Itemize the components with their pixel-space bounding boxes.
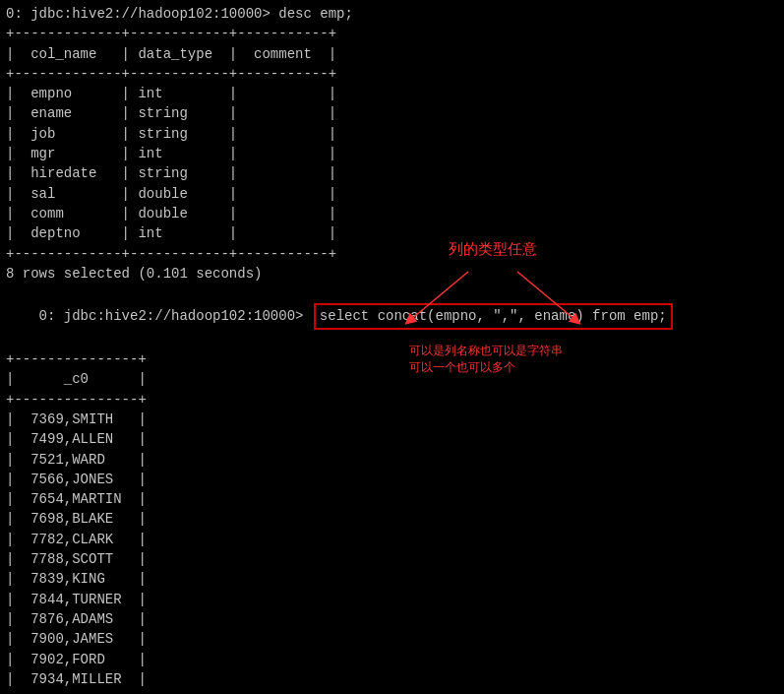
line-9: | hiredate | string | | <box>6 163 778 183</box>
terminal: 0: jdbc:hive2://hadoop102:10000> desc em… <box>6 4 778 694</box>
line-8: | mgr | int | | <box>6 144 778 163</box>
line-2: +-------------+------------+-----------+ <box>6 24 778 43</box>
line-22: | 7566,JONES | <box>6 470 778 489</box>
line-16: +---------------+ <box>6 349 778 369</box>
line-4: +-------------+------------+-----------+ <box>6 64 778 84</box>
line-24: | 7698,BLAKE | <box>6 509 778 529</box>
line-20: | 7499,ALLEN | <box>6 429 778 449</box>
line-29: | 7876,ADAMS | <box>6 609 778 629</box>
line-25: | 7782,CLARK | <box>6 530 778 549</box>
line-14: 8 rows selected (0.101 seconds) <box>6 264 778 284</box>
line-31: | 7902,FORD | <box>6 650 778 669</box>
line-10: | sal | double | | <box>6 184 778 204</box>
line-30: | 7900,JAMES | <box>6 629 778 649</box>
line-23: | 7654,MARTIN | <box>6 489 778 509</box>
line-33: +---------------+ <box>6 689 778 694</box>
line-21: | 7521,WARD | <box>6 450 778 470</box>
line-7: | job | string | | <box>6 124 778 144</box>
line-26: | 7788,SCOTT | <box>6 549 778 569</box>
line-5: | empno | int | | <box>6 84 778 103</box>
line-11: | comm | double | | <box>6 204 778 223</box>
line-27: | 7839,KING | <box>6 569 778 589</box>
prompt-15: 0: jdbc:hive2://hadoop102:10000> <box>39 308 312 324</box>
line-15: 0: jdbc:hive2://hadoop102:10000> select … <box>6 284 778 349</box>
line-6: | ename | string | | <box>6 103 778 123</box>
line-17: | _c0 | <box>6 369 778 389</box>
line-18: +---------------+ <box>6 390 778 410</box>
line-1: 0: jdbc:hive2://hadoop102:10000> desc em… <box>6 4 778 24</box>
line-28: | 7844,TURNER | <box>6 590 778 609</box>
sql-command[interactable]: select concat(empno, ",", ename) from em… <box>314 303 673 329</box>
line-19: | 7369,SMITH | <box>6 410 778 429</box>
line-12: | deptno | int | | <box>6 223 778 243</box>
line-32: | 7934,MILLER | <box>6 669 778 689</box>
line-3: | col_name | data_type | comment | <box>6 44 778 64</box>
line-13: +-------------+------------+-----------+ <box>6 244 778 264</box>
